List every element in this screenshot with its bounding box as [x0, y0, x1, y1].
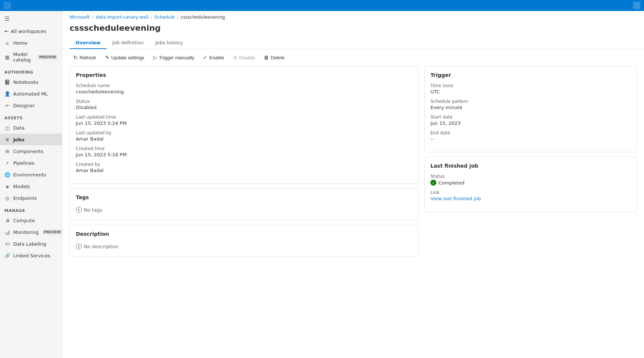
sidebar-item-label: Monitoring — [13, 230, 39, 235]
breadcrumb-current: cssscheduleevening — [181, 15, 225, 20]
info-icon: i — [76, 207, 82, 213]
sidebar-item-environments[interactable]: 🌐 Environments — [0, 169, 62, 180]
last-job-status-label: Status — [430, 174, 630, 179]
breadcrumb-sep-2: › — [151, 15, 152, 20]
last-finished-job-card: Last finished job Status ✓ Completed Lin… — [424, 157, 637, 212]
update-settings-button[interactable]: ✎ Update settings — [101, 53, 148, 62]
sidebar-item-endpoints[interactable]: ◎ Endpoints — [0, 192, 62, 204]
sidebar-item-components[interactable]: ⊞ Components — [0, 145, 62, 157]
sidebar-item-label: Data Labeling — [13, 241, 46, 247]
sidebar-item-models[interactable]: ◈ Models — [0, 180, 62, 192]
delete-icon: 🗑 — [264, 55, 269, 60]
tab-jobs-history[interactable]: Jobs history — [149, 37, 189, 49]
info-icon-desc: i — [76, 243, 82, 249]
sidebar-item-model-catalog[interactable]: ▦ Model catalog PREVIEW — [0, 49, 62, 66]
compute-icon: 🖥 — [4, 217, 10, 223]
sidebar-item-compute[interactable]: 🖥 Compute — [0, 215, 62, 226]
start-date-label: Start date — [430, 115, 630, 120]
sidebar-item-label: Notebooks — [13, 79, 38, 85]
sidebar-item-linked-services[interactable]: 🔗 Linked Services — [0, 250, 62, 261]
delete-button[interactable]: 🗑 Delete — [260, 53, 288, 62]
sidebar-item-jobs[interactable]: ≡ Jobs — [0, 134, 62, 145]
tags-card-title: Tags — [76, 194, 412, 200]
properties-card: Properties Schedule name cssscheduleeven… — [70, 66, 418, 184]
no-tags-text: No tags — [84, 207, 102, 213]
sidebar-item-label: Endpoints — [13, 195, 37, 201]
content-area: Microsoft › data-import-canary-ws0 › Sch… — [62, 11, 644, 358]
sidebar-item-data-labeling[interactable]: 🏷 Data Labeling — [0, 238, 62, 250]
disable-button[interactable]: ⊘ Disable — [229, 53, 259, 62]
time-zone-value: UTC — [430, 89, 630, 94]
menu-button[interactable]: ☰ — [0, 12, 62, 25]
components-icon: ⊞ — [4, 148, 10, 154]
trigger-manually-label: Trigger manually — [159, 55, 194, 60]
breadcrumb-sep-1: › — [92, 15, 93, 20]
last-job-link-label: Link — [430, 190, 630, 195]
right-panel: Trigger Time zone UTC Schedule pattern E… — [424, 66, 637, 212]
sidebar-item-label: Models — [13, 184, 30, 189]
last-finished-job-title: Last finished job — [430, 163, 630, 169]
trigger-card-title: Trigger — [430, 72, 630, 78]
breadcrumb-sep-3: › — [177, 15, 178, 20]
sidebar-item-label: Linked Services — [13, 253, 50, 258]
status-label: Status — [76, 99, 412, 104]
refresh-icon: ↻ — [73, 55, 78, 60]
sidebar-item-designer[interactable]: ✏ Designer — [0, 100, 62, 111]
breadcrumb-schedule[interactable]: Schedule — [155, 15, 175, 20]
last-updated-by-label: Last updated by — [76, 130, 412, 135]
time-zone-label: Time zone — [430, 83, 630, 88]
all-workspaces-nav[interactable]: ← All workspaces — [0, 25, 62, 37]
breadcrumb-workspace[interactable]: data-import-canary-ws0 — [96, 15, 148, 20]
no-description-row: i No description — [76, 242, 412, 251]
models-icon: ◈ — [4, 183, 10, 189]
last-updated-by-value: Amar Badal — [76, 136, 412, 142]
breadcrumb: Microsoft › data-import-canary-ws0 › Sch… — [62, 11, 644, 21]
refresh-button[interactable]: ↻ Refresh — [70, 53, 100, 62]
sidebar-item-label: Home — [13, 40, 27, 46]
sidebar-item-pipelines[interactable]: ⚡ Pipelines — [0, 157, 62, 169]
assets-header: Assets — [0, 111, 62, 122]
schedule-name-value: cssscheduleevening — [76, 89, 412, 94]
tab-overview[interactable]: Overview — [70, 37, 107, 49]
last-job-status-row: Status ✓ Completed — [430, 174, 630, 186]
left-panel: Properties Schedule name cssscheduleeven… — [70, 66, 418, 257]
sidebar-item-notebooks[interactable]: 📓 Notebooks — [0, 76, 62, 88]
no-tags-row: i No tags — [76, 205, 412, 214]
breadcrumb-microsoft[interactable]: Microsoft — [70, 15, 90, 20]
last-job-link-row: Link View last finished job — [430, 190, 630, 201]
sidebar-item-label: Compute — [13, 218, 35, 223]
all-workspaces-label: All workspaces — [11, 29, 47, 34]
data-labeling-icon: 🏷 — [4, 241, 10, 247]
page-title: cssscheduleevening — [62, 21, 644, 37]
created-time-value: Jun 15, 2023 5:16 PM — [76, 152, 412, 157]
trigger-manually-button[interactable]: ▷ Trigger manually — [149, 53, 198, 62]
sidebar-item-monitoring[interactable]: 📊 Monitoring PREVIEW — [0, 226, 62, 238]
manage-header: Manage — [0, 204, 62, 215]
created-time-label: Created time — [76, 146, 412, 151]
designer-icon: ✏ — [4, 102, 10, 108]
end-date-value: -- — [430, 136, 630, 142]
data-icon: ◫ — [4, 125, 10, 131]
enable-button[interactable]: ✓ Enable — [199, 53, 227, 62]
sidebar-item-label: Jobs — [13, 137, 25, 142]
preview-badge: PREVIEW — [42, 230, 62, 234]
environments-icon: 🌐 — [4, 172, 10, 178]
home-icon: ⌂ — [4, 40, 10, 46]
update-settings-label: Update settings — [111, 55, 144, 60]
created-by-row: Created by Amar Badal — [76, 162, 412, 173]
sidebar-item-data[interactable]: ◫ Data — [0, 122, 62, 134]
sidebar: ☰ ← All workspaces ⌂ Home ▦ Model catalo… — [0, 11, 62, 358]
enable-label: Enable — [209, 55, 224, 60]
sidebar-item-label: Components — [13, 149, 43, 154]
schedule-pattern-value: Every minute — [430, 105, 630, 110]
view-last-finished-job-link[interactable]: View last finished job — [430, 196, 481, 201]
sidebar-item-home[interactable]: ⌂ Home — [0, 37, 62, 49]
tab-job-definition[interactable]: Job definition — [107, 37, 149, 49]
sidebar-item-label: Environments — [13, 172, 46, 178]
sidebar-item-automated-ml[interactable]: 👤 Automated ML — [0, 88, 62, 100]
completed-text: Completed — [438, 180, 465, 186]
panels-row: Properties Schedule name cssscheduleeven… — [62, 66, 644, 264]
tabs-bar: Overview Job definition Jobs history — [62, 37, 644, 49]
completed-check-icon: ✓ — [430, 180, 436, 186]
automated-ml-icon: 👤 — [4, 91, 10, 97]
